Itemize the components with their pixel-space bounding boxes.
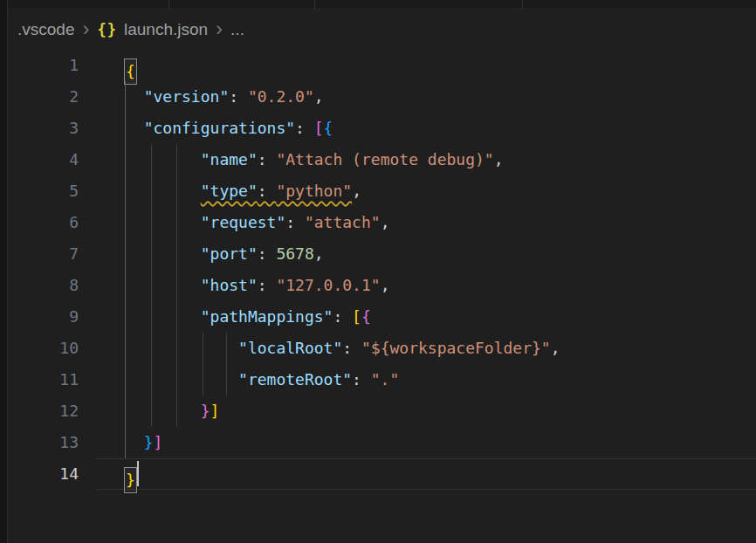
- indent-guide: [226, 333, 227, 395]
- code-token: "${workspaceFolder}": [361, 339, 551, 357]
- code-token: "pathMappings": [201, 307, 333, 326]
- line-content[interactable]: "type": "python",: [96, 175, 756, 207]
- code-token: [: [314, 119, 324, 137]
- bracket-match-box: }: [124, 467, 137, 493]
- line-number[interactable]: 12: [0, 395, 96, 427]
- indent-guide: [203, 333, 203, 395]
- code-token: [125, 213, 201, 231]
- code-line[interactable]: 13 }]: [0, 427, 756, 458]
- line-number[interactable]: 8: [0, 270, 96, 301]
- tab-strip: [0, 0, 756, 10]
- json-file-icon: {}: [97, 21, 116, 38]
- code-token: "Attach (remote debug)": [276, 150, 493, 168]
- code-line[interactable]: 5 "type": "python",: [0, 175, 756, 207]
- code-token: ,: [352, 182, 361, 200]
- line-content[interactable]: "localRoot": "${workspaceFolder}",: [96, 333, 756, 364]
- line-content[interactable]: "port": 5678,: [96, 238, 756, 270]
- code-token: [125, 244, 201, 263]
- code-token: ]: [154, 433, 163, 451]
- code-line[interactable]: 6 "request": "attach",: [0, 207, 756, 238]
- code-token: :: [342, 339, 361, 357]
- line-content[interactable]: "configurations": [{: [96, 113, 756, 144]
- line-content[interactable]: "host": "127.0.0.1",: [96, 270, 756, 301]
- code-token: "name": [201, 150, 258, 168]
- line-number[interactable]: 13: [0, 427, 96, 458]
- code-token: [125, 276, 201, 294]
- line-content[interactable]: }]: [96, 427, 756, 458]
- code-token: :: [258, 182, 277, 200]
- code-token: ,: [314, 87, 324, 106]
- editor[interactable]: 1{2 "version": "0.2.0",3 "configurations…: [0, 50, 756, 490]
- code-line[interactable]: 14}: [0, 458, 756, 490]
- code-token: ,: [314, 244, 324, 263]
- breadcrumb: .vscode › {} launch.json › ...: [0, 10, 756, 50]
- code-token: "version": [144, 87, 230, 106]
- code-line[interactable]: 9 "pathMappings": [{: [0, 301, 756, 333]
- breadcrumb-file[interactable]: launch.json: [124, 20, 208, 39]
- code-token: "attach": [305, 213, 381, 231]
- code-token: "0.2.0": [248, 87, 314, 106]
- line-number[interactable]: 5: [0, 175, 96, 207]
- code-token: 5678: [276, 244, 313, 263]
- line-content[interactable]: }: [96, 458, 756, 490]
- indent-guide: [176, 144, 177, 427]
- line-content[interactable]: "remoteRoot": ".": [96, 364, 756, 395]
- tab-divider: [168, 0, 169, 9]
- line-number[interactable]: 3: [0, 113, 96, 144]
- code-line[interactable]: 11 "remoteRoot": ".": [0, 364, 756, 395]
- code-line[interactable]: 3 "configurations": [{: [0, 113, 756, 144]
- code-token: "request": [201, 213, 286, 231]
- code-token: "type": [201, 182, 258, 200]
- indent-guide: [125, 81, 126, 458]
- line-content[interactable]: }]: [96, 395, 756, 427]
- code-line[interactable]: 4 "name": "Attach (remote debug)",: [0, 144, 756, 175]
- text-cursor: [137, 461, 139, 486]
- line-number[interactable]: 6: [0, 207, 96, 238]
- code-token: [125, 307, 201, 326]
- code-token: "python": [276, 182, 352, 200]
- breadcrumb-symbol-ellipsis[interactable]: ...: [230, 20, 244, 39]
- code-line[interactable]: 7 "port": 5678,: [0, 238, 756, 270]
- code-token: "port": [201, 244, 258, 263]
- tab-divider: [522, 0, 523, 9]
- code-token: {: [126, 62, 135, 80]
- code-token: [: [352, 307, 361, 326]
- line-number[interactable]: 11: [0, 364, 96, 395]
- code-token: "localRoot": [238, 339, 342, 357]
- code-token: ,: [381, 213, 390, 231]
- code-line[interactable]: 2 "version": "0.2.0",: [0, 81, 756, 113]
- code-line[interactable]: 12 }]: [0, 395, 756, 427]
- line-content[interactable]: {: [96, 50, 756, 81]
- window-left-edge: [0, 0, 8, 543]
- code-token: {: [324, 119, 333, 137]
- code-line[interactable]: 8 "host": "127.0.0.1",: [0, 270, 756, 301]
- code-token: [125, 402, 201, 420]
- code-token: [125, 87, 144, 106]
- code-line[interactable]: 1{: [0, 50, 756, 81]
- line-number[interactable]: 9: [0, 301, 96, 333]
- code-line[interactable]: 10 "localRoot": "${workspaceFolder}",: [0, 333, 756, 364]
- breadcrumb-folder[interactable]: .vscode: [17, 20, 74, 39]
- line-content[interactable]: "name": "Attach (remote debug)",: [96, 144, 756, 175]
- line-number[interactable]: 10: [0, 333, 96, 364]
- code-token: "127.0.0.1": [276, 276, 380, 294]
- line-content[interactable]: "request": "attach",: [96, 207, 756, 238]
- code-token: "host": [201, 276, 258, 294]
- code-token: ]: [210, 402, 220, 420]
- code-token: ".": [371, 370, 400, 388]
- code-token: }: [126, 471, 135, 489]
- code-token: ,: [381, 276, 390, 294]
- line-number[interactable]: 2: [0, 81, 96, 113]
- code-token: ,: [551, 339, 560, 357]
- code-token: [125, 150, 201, 168]
- line-number[interactable]: 4: [0, 144, 96, 175]
- line-content[interactable]: "pathMappings": [{: [96, 301, 756, 333]
- code-token: "configurations": [144, 119, 295, 137]
- chevron-right-icon: ›: [82, 17, 89, 41]
- line-number[interactable]: 14: [0, 458, 96, 490]
- line-number[interactable]: 7: [0, 238, 96, 270]
- code-token: :: [258, 276, 277, 294]
- line-content[interactable]: "version": "0.2.0",: [96, 81, 756, 113]
- line-number[interactable]: 1: [0, 50, 96, 81]
- code-token: :: [229, 87, 248, 106]
